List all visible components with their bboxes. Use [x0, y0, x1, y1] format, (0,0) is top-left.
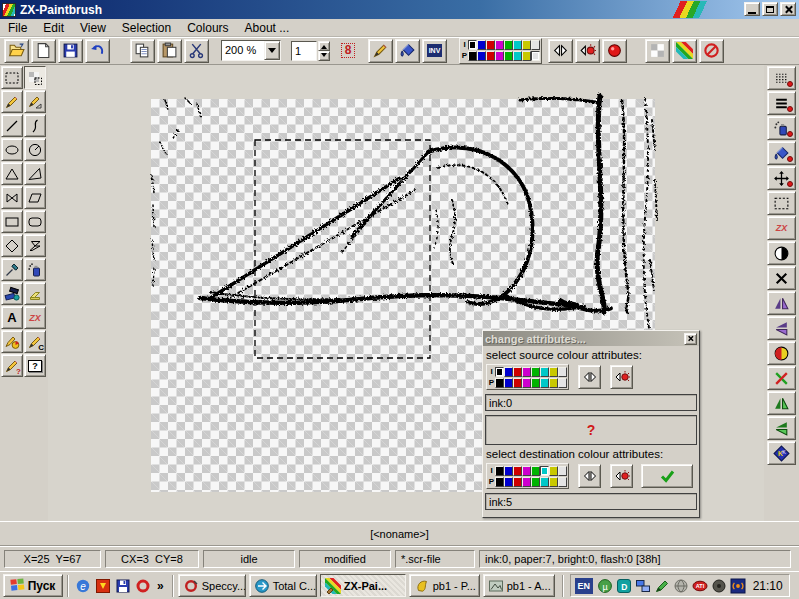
ink-colour-0[interactable] — [468, 40, 477, 50]
task-speccy[interactable]: Speccy... — [178, 574, 246, 597]
task-pb1a[interactable]: pb1 - A... — [483, 574, 555, 597]
copy-button[interactable] — [130, 39, 155, 63]
paper-colour-7[interactable] — [558, 378, 567, 388]
paper-colour-2[interactable] — [513, 378, 522, 388]
parallelogram-tool-button[interactable] — [24, 186, 46, 209]
restore-button[interactable] — [762, 2, 778, 16]
task-pb1p[interactable]: pb1 - P... — [409, 574, 480, 597]
start-button[interactable]: Пуск — [3, 574, 63, 597]
ink-colour-6[interactable] — [549, 367, 558, 377]
zoom-combo[interactable]: 200 % — [221, 40, 281, 61]
tray-globe[interactable] — [673, 577, 690, 594]
ink-colour-4[interactable] — [531, 367, 540, 377]
dest-bright-button[interactable] — [578, 464, 601, 488]
language-indicator[interactable]: EN — [575, 578, 593, 594]
paper-colour-5[interactable] — [513, 51, 522, 61]
bucket-fill-mode-button[interactable] — [767, 141, 796, 165]
ellipse-tool-button[interactable] — [1, 138, 23, 161]
dither-fill-mode-button[interactable] — [767, 66, 796, 90]
transparent-mode-button[interactable] — [645, 39, 670, 63]
ink-colour-5[interactable] — [540, 466, 549, 476]
source-flash-button[interactable] — [610, 365, 633, 389]
quicklaunch-opera[interactable] — [134, 577, 152, 595]
paper-colour-6[interactable] — [522, 51, 531, 61]
paper-colour-4[interactable] — [531, 378, 540, 388]
paper-colour-5[interactable] — [540, 477, 549, 487]
paste-button[interactable] — [157, 39, 182, 63]
eraser-tool-button[interactable] — [24, 282, 46, 305]
quicklaunch-flashget[interactable] — [94, 577, 112, 595]
pen-size-up-button[interactable] — [318, 41, 330, 51]
line-tool-button[interactable] — [1, 114, 23, 137]
ink-colour-7[interactable] — [531, 40, 540, 50]
rectangle-tool-button[interactable] — [1, 210, 23, 233]
no-attributes-mode-button[interactable] — [699, 39, 724, 63]
zx-text-tool-button[interactable]: ZX — [24, 306, 46, 329]
tray-radio[interactable] — [730, 577, 747, 594]
quicklaunch-internet-explorer[interactable]: e — [74, 577, 92, 595]
ink-colour-7[interactable] — [558, 466, 567, 476]
ink-colour-1[interactable] — [504, 367, 513, 377]
ink-colour-2[interactable] — [513, 367, 522, 377]
cut-button[interactable] — [184, 39, 209, 63]
dialog-titlebar[interactable]: change attributes... — [483, 331, 699, 346]
attr-pencil-tool-button[interactable] — [24, 90, 46, 113]
block-k-mode-button[interactable]: KK — [767, 441, 796, 465]
paper-colour-2[interactable] — [486, 51, 495, 61]
menu-colours[interactable]: Colours — [179, 19, 236, 37]
paper-colour-1[interactable] — [504, 378, 513, 388]
ink-colour-3[interactable] — [495, 40, 504, 50]
ink-colour-5[interactable] — [540, 367, 549, 377]
save-button[interactable] — [58, 39, 83, 63]
close-button[interactable] — [780, 2, 796, 16]
flip-horizontal-button[interactable] — [767, 291, 796, 315]
fill-button[interactable] — [395, 39, 420, 63]
source-palette[interactable]: IP — [486, 364, 569, 390]
source-value-field[interactable]: ink:0 — [485, 394, 697, 411]
zoom-dropdown-button[interactable] — [264, 41, 280, 60]
quicklaunch-save-manager[interactable] — [114, 577, 132, 595]
paper-colour-1[interactable] — [504, 477, 513, 487]
paper-colour-6[interactable] — [549, 477, 558, 487]
ink-colour-2[interactable] — [486, 40, 495, 50]
ink-colour-0[interactable] — [495, 367, 504, 377]
paper-colour-3[interactable] — [522, 378, 531, 388]
select-area-tool-button[interactable] — [1, 66, 23, 89]
menu-about[interactable]: About ... — [237, 19, 298, 37]
quick-launch-overflow[interactable]: » — [153, 579, 168, 593]
move-mode-button[interactable] — [767, 166, 796, 190]
invert-block-button[interactable] — [767, 241, 796, 265]
ink-colour-1[interactable] — [504, 466, 513, 476]
text-tool-button[interactable]: A — [1, 306, 23, 329]
paper-colour-6[interactable] — [549, 378, 558, 388]
clear-attributes-button[interactable] — [767, 366, 796, 390]
paper-colour-0[interactable] — [495, 378, 504, 388]
selection-rectangle[interactable] — [255, 140, 430, 358]
paper-colour-3[interactable] — [522, 477, 531, 487]
paper-colour-2[interactable] — [513, 477, 522, 487]
ink-colour-4[interactable] — [504, 40, 513, 50]
complex-shape-tool-button[interactable] — [1, 186, 23, 209]
task-zxpai[interactable]: ZX-Pai... — [320, 574, 406, 597]
clear-block-button[interactable] — [767, 266, 796, 290]
tray-editor-pencil[interactable] — [654, 577, 671, 594]
destination-value-field[interactable]: ink:5 — [485, 493, 697, 510]
brush-tool-button[interactable] — [1, 282, 23, 305]
flip-vertical-button[interactable] — [767, 316, 796, 340]
spray-tool-button[interactable] — [24, 258, 46, 281]
pencil-tool-button[interactable] — [1, 90, 23, 113]
paper-colour-0[interactable] — [495, 477, 504, 487]
attr-grid-button[interactable]: 8 — [338, 41, 358, 61]
colour-picker-tool-button[interactable] — [1, 258, 23, 281]
destination-palette[interactable]: IP — [486, 463, 569, 489]
paper-colour-3[interactable] — [495, 51, 504, 61]
selection-mode-button[interactable] — [767, 191, 796, 215]
spray-fill-mode-button[interactable] — [767, 116, 796, 140]
mirror-vertical-button[interactable] — [767, 416, 796, 440]
flash-indicator-button[interactable] — [602, 39, 627, 63]
attr-c-pencil-tool-button[interactable]: C — [24, 330, 46, 353]
mirror-horizontal-button[interactable] — [767, 391, 796, 415]
ink-colour-2[interactable] — [513, 466, 522, 476]
pencil-button[interactable] — [368, 39, 393, 63]
pen-size-value[interactable]: 1 — [291, 41, 317, 61]
